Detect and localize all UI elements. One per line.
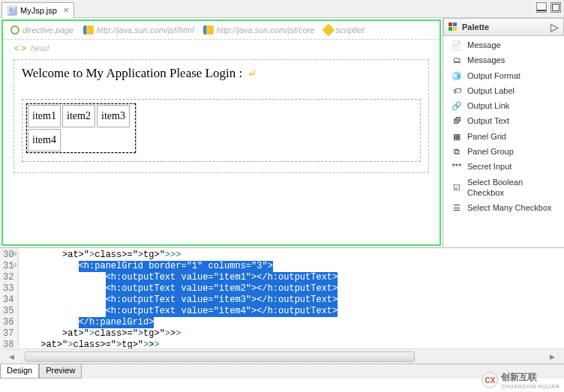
- form-container[interactable]: item1 item2 item3 item4: [22, 99, 421, 162]
- secret-input-icon: ***: [451, 162, 463, 172]
- jsp-file-icon: [7, 5, 17, 16]
- grid-cell[interactable]: item4: [28, 129, 61, 151]
- palette-icon: [448, 22, 458, 31]
- tab-design[interactable]: Design: [0, 364, 39, 379]
- scroll-left-icon[interactable]: ◀: [9, 353, 14, 361]
- output-format-icon: 🧊: [451, 70, 463, 81]
- grid-cell[interactable]: item2: [62, 105, 95, 127]
- palette-item-panel-group[interactable]: ⧉Panel Group: [445, 144, 562, 159]
- directive-bar: directive.page http://java.sun.com/jsf/h…: [3, 21, 440, 40]
- messages-icon: 🗂: [451, 55, 463, 65]
- output-link-icon: 🔗: [451, 100, 463, 111]
- grid-cell[interactable]: item1: [28, 105, 61, 127]
- grid-cell[interactable]: item3: [97, 105, 130, 127]
- tag-icon: < >: [14, 43, 26, 52]
- panel-group-icon: ⧉: [451, 146, 463, 157]
- svg-rect-2: [448, 27, 452, 31]
- palette-item-output-label[interactable]: 🏷Output Label: [445, 83, 562, 98]
- palette-item-output-text[interactable]: 🗊Output Text: [445, 113, 562, 128]
- taglib-icon: [203, 25, 214, 34]
- message-icon: 📄: [451, 40, 463, 50]
- scriptlet[interactable]: scriptlet: [324, 25, 364, 34]
- horizontal-scrollbar[interactable]: ◀ ▶: [0, 349, 564, 364]
- palette-item-panel-grid[interactable]: ▦Panel Grid: [445, 129, 562, 144]
- scroll-thumb[interactable]: [25, 352, 415, 362]
- svg-rect-1: [453, 22, 457, 26]
- output-text-icon: 🗊: [451, 116, 463, 127]
- code-content[interactable]: >at>">class>=">tg>">>> <h:panelGrid bord…: [19, 248, 564, 349]
- close-icon[interactable]: ✕: [63, 6, 69, 14]
- scroll-right-icon[interactable]: ▶: [550, 353, 555, 361]
- taglib-html[interactable]: http://java.sun.com/jsf/html: [83, 25, 194, 34]
- palette-item-messages[interactable]: 🗂Messages: [445, 52, 562, 67]
- panel-grid[interactable]: item1 item2 item3 item4: [26, 103, 136, 154]
- palette-item-select-boolean-checkbox[interactable]: ☑Select Boolean Checkbox: [445, 175, 562, 201]
- svg-rect-3: [453, 27, 457, 31]
- scroll-track[interactable]: [16, 351, 548, 363]
- directive-page[interactable]: directive.page: [10, 25, 74, 34]
- chevron-right-icon[interactable]: ▷: [550, 21, 559, 33]
- maximize-icon[interactable]: [550, 2, 561, 13]
- palette-title: Palette: [462, 22, 489, 31]
- page-directive-icon: [10, 25, 20, 34]
- palette-item-select-many-checkbox[interactable]: ☰Select Many Checkbox: [445, 200, 562, 215]
- design-canvas: directive.page http://java.sun.com/jsf/h…: [2, 19, 441, 246]
- tab-preview[interactable]: Preview: [39, 364, 82, 379]
- file-tab[interactable]: MyJsp.jsp ✕: [2, 2, 74, 18]
- svg-rect-0: [448, 22, 452, 26]
- many-checkbox-icon: ☰: [451, 202, 463, 213]
- editor-tab-bar: MyJsp.jsp ✕: [0, 0, 564, 18]
- head-element[interactable]: < > head: [3, 40, 440, 56]
- file-tab-label: MyJsp.jsp: [20, 6, 57, 15]
- palette-header[interactable]: Palette ▷: [443, 18, 564, 36]
- palette-panel: Palette ▷ 📄Message 🗂Messages 🧊Output For…: [442, 18, 564, 247]
- newline-icon: [247, 69, 256, 78]
- taglib-core[interactable]: http://java.sun.com/jsf/core: [203, 25, 315, 34]
- palette-item-message[interactable]: 📄Message: [445, 37, 562, 52]
- line-gutter: 30⊖31⊖3233343536373839: [0, 248, 19, 349]
- taglib-icon: [83, 25, 94, 34]
- palette-list: 📄Message 🗂Messages 🧊Output Format 🏷Outpu…: [443, 36, 564, 247]
- palette-item-output-link[interactable]: 🔗Output Link: [445, 98, 562, 113]
- checkbox-icon: ☑: [451, 182, 463, 193]
- source-editor[interactable]: 30⊖31⊖3233343536373839 >at>">class>=">tg…: [0, 247, 564, 364]
- editor-mode-tabs: Design Preview: [0, 364, 564, 379]
- panel-grid-icon: ▦: [451, 131, 463, 142]
- watermark: CX 创新互联 CHUANGXIN HULIAN: [482, 371, 560, 389]
- scriptlet-icon: [322, 24, 334, 37]
- palette-item-secret-input[interactable]: ***Secret Input: [445, 159, 562, 174]
- watermark-logo: CX: [482, 372, 498, 388]
- palette-item-output-format[interactable]: 🧊Output Format: [445, 68, 562, 83]
- body-element[interactable]: Welcome to My Application Please Login :…: [14, 59, 429, 173]
- output-label-icon: 🏷: [451, 85, 463, 96]
- welcome-text[interactable]: Welcome to My Application Please Login :: [22, 66, 256, 81]
- minimize-icon[interactable]: [536, 2, 547, 13]
